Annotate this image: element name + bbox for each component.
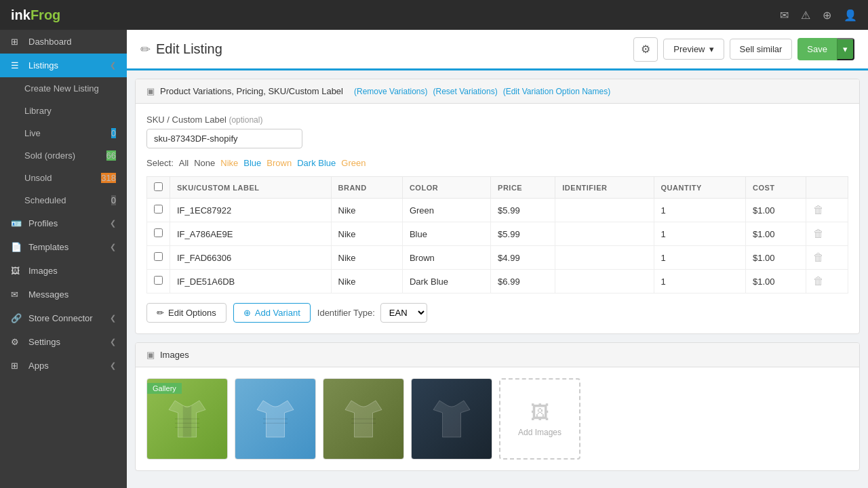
- reset-variations-link[interactable]: (Reset Variations): [433, 87, 497, 96]
- add-images-button[interactable]: 🖼 Add Images: [499, 378, 580, 460]
- select-all-link[interactable]: All: [179, 158, 189, 168]
- select-nike-link[interactable]: Nike: [220, 158, 238, 168]
- sidebar-item-images[interactable]: 🖼 Images: [0, 259, 127, 283]
- sidebar-item-profiles[interactable]: 🪪 Profiles ❮: [0, 211, 127, 235]
- scheduled-badge: 0: [111, 195, 116, 205]
- preview-dropdown-icon: ▾: [709, 44, 714, 54]
- row-checkbox-2[interactable]: [154, 228, 163, 237]
- add-variant-button[interactable]: ⊕ Add Variant: [233, 303, 311, 323]
- row-brand-2: Nike: [331, 222, 402, 246]
- row-quantity-2: 1: [654, 222, 745, 246]
- row-checkbox-4[interactable]: [154, 276, 163, 285]
- sidebar-label-settings: Settings: [28, 337, 60, 347]
- sidebar-item-create-new-listing[interactable]: Create New Listing: [0, 77, 127, 100]
- images-section: ▣ Images Gallery: [135, 342, 860, 471]
- variants-table: SKU/CUSTOM LABEL BRAND COLOR PRICE IDENT…: [146, 176, 848, 293]
- mail-icon[interactable]: ✉: [780, 9, 789, 22]
- select-all-checkbox[interactable]: [154, 182, 163, 191]
- save-dropdown-icon: ▾: [843, 44, 848, 54]
- identifier-type-select[interactable]: EAN UPC ISBN ASIN: [380, 303, 427, 323]
- sidebar-item-templates[interactable]: 📄 Templates ❮: [0, 235, 127, 259]
- table-row: IF_A786AE9E Nike Blue $5.99 1 $1.00 🗑: [147, 222, 848, 246]
- select-green-link[interactable]: Green: [341, 158, 366, 168]
- alert-icon[interactable]: ⚠: [801, 9, 810, 22]
- shirt-svg-2: [245, 388, 306, 449]
- message-icon: ✉: [11, 289, 23, 300]
- gear-button[interactable]: ⚙: [633, 37, 658, 62]
- templates-chevron: ❮: [110, 243, 116, 251]
- variations-section-body: SKU / Custom Label (optional) Select: Al…: [136, 104, 859, 333]
- sell-similar-button[interactable]: Sell similar: [730, 39, 793, 60]
- store-chevron: ❮: [110, 314, 116, 323]
- select-none-link[interactable]: None: [194, 158, 215, 168]
- row-quantity-4: 1: [654, 270, 745, 293]
- sidebar-item-apps[interactable]: ⊞ Apps ❮: [0, 354, 127, 378]
- image-icon: 🖼: [11, 266, 23, 276]
- sidebar-item-sold[interactable]: Sold (orders) 66: [0, 144, 127, 167]
- add-images-label: Add Images: [518, 428, 561, 437]
- sidebar-item-messages[interactable]: ✉ Messages: [0, 283, 127, 306]
- sku-input[interactable]: [146, 129, 302, 148]
- sidebar-label-images: Images: [28, 266, 116, 276]
- row-quantity-1: 1: [654, 199, 745, 222]
- content-area: ✏ Edit Listing ⚙ Preview ▾ Sell similar …: [127, 30, 868, 488]
- image-thumb-4[interactable]: [411, 378, 492, 460]
- sku-optional-text: (optional): [229, 115, 262, 125]
- pencil-small-icon: ✏: [157, 308, 164, 318]
- preview-button[interactable]: Preview ▾: [663, 39, 724, 60]
- row-checkbox-1[interactable]: [154, 205, 163, 214]
- sidebar-label-listings: Listings: [28, 60, 107, 70]
- select-blue-link[interactable]: Blue: [243, 158, 261, 168]
- image-thumb-2[interactable]: [235, 378, 316, 460]
- image-thumb-3[interactable]: [323, 378, 404, 460]
- select-brown-link[interactable]: Brown: [267, 158, 292, 168]
- delete-row-2[interactable]: 🗑: [813, 228, 824, 239]
- sold-label: Sold (orders): [24, 150, 75, 161]
- live-badge: 0: [111, 128, 116, 138]
- edit-variation-names-link[interactable]: (Edit Variation Option Names): [503, 87, 611, 96]
- images-title: Images: [160, 350, 189, 360]
- sidebar-item-settings[interactable]: ⚙ Settings ❮: [0, 330, 127, 354]
- col-brand: BRAND: [331, 177, 402, 199]
- plus-icon: ⊕: [243, 308, 251, 318]
- add-image-icon: 🖼: [530, 401, 549, 424]
- row-checkbox-3[interactable]: [154, 252, 163, 261]
- save-dropdown-button[interactable]: ▾: [837, 38, 854, 60]
- row-brand-3: Nike: [331, 246, 402, 270]
- delete-row-4[interactable]: 🗑: [813, 275, 824, 287]
- apps-chevron: ❮: [110, 361, 116, 370]
- template-icon: 📄: [11, 242, 23, 252]
- sidebar-item-scheduled[interactable]: Scheduled 0: [0, 189, 127, 211]
- top-bar-icons: ✉ ⚠ ⊕ 👤: [780, 9, 857, 22]
- sold-badge: 66: [106, 150, 116, 161]
- globe-icon[interactable]: ⊕: [823, 9, 831, 22]
- sidebar-item-live[interactable]: Live 0: [0, 122, 127, 144]
- sidebar-item-unsold[interactable]: Unsold 318: [0, 167, 127, 189]
- image-thumb-1[interactable]: Gallery: [146, 378, 228, 460]
- gear-icon: ⚙: [641, 43, 650, 56]
- save-label: Save: [807, 44, 827, 54]
- col-color: COLOR: [402, 177, 490, 199]
- col-checkbox: [147, 177, 170, 199]
- sidebar-label-store-connector: Store Connector: [28, 313, 93, 323]
- row-sku-4: IF_DE51A6DB: [170, 270, 332, 293]
- preview-label: Preview: [673, 44, 705, 54]
- row-identifier-1: [555, 199, 654, 222]
- identifier-row: Identifier Type: EAN UPC ISBN ASIN: [317, 303, 427, 323]
- sidebar-item-dashboard[interactable]: ⊞ Dashboard: [0, 30, 127, 54]
- select-dark-blue-link[interactable]: Dark Blue: [297, 158, 336, 168]
- edit-options-button[interactable]: ✏ Edit Options: [146, 303, 226, 323]
- sidebar-item-library[interactable]: Library: [0, 100, 127, 122]
- select-label: Select:: [146, 158, 174, 168]
- row-cost-3: $1.00: [745, 246, 806, 270]
- sidebar-item-listings[interactable]: ☰ Listings ❮: [0, 54, 127, 77]
- user-icon[interactable]: 👤: [844, 9, 857, 22]
- remove-variations-link[interactable]: (Remove Variations): [354, 87, 427, 96]
- save-button[interactable]: Save: [797, 38, 837, 60]
- sidebar-item-store-connector[interactable]: 🔗 Store Connector ❮: [0, 306, 127, 330]
- pencil-icon: ✏: [140, 42, 151, 57]
- row-color-3: Brown: [402, 246, 490, 270]
- delete-row-1[interactable]: 🗑: [813, 204, 824, 216]
- delete-row-3[interactable]: 🗑: [813, 251, 824, 263]
- select-row: Select: All None Nike Blue Brown Dark Bl…: [146, 158, 848, 168]
